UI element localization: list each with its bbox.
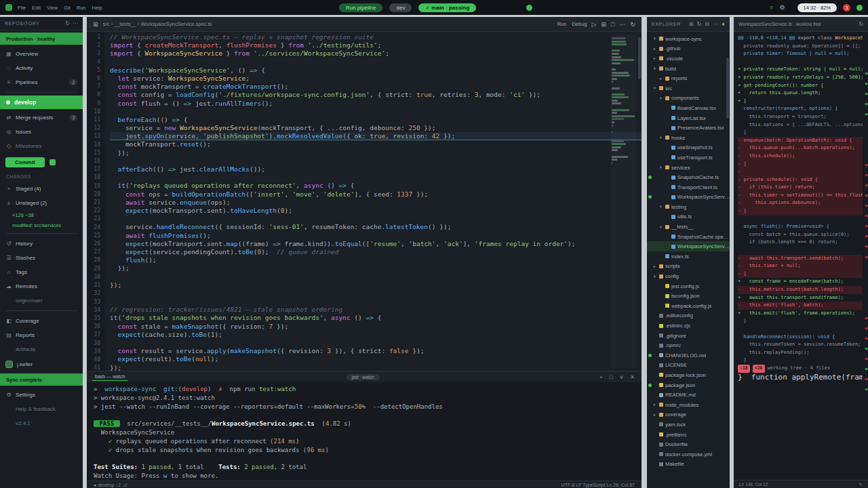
tree-row[interactable]: SnapshotCache.spec.ts [647, 232, 730, 242]
sidebar-item[interactable]: v2.4.1 [0, 416, 83, 430]
diff-line[interactable] [738, 325, 863, 333]
diff-refresh-icon[interactable]: ↻ [859, 21, 863, 27]
sidebar-item[interactable]: ☁Remotes [0, 279, 83, 293]
file-encoding-status[interactable]: UTF-8 LF TypeScript Ln 26, Col 87 [561, 483, 635, 487]
tree-row[interactable]: ▾__tests__ [647, 222, 730, 232]
diff-line[interactable]: - this.queue.push(...batch.operations); [738, 144, 863, 152]
tree-row[interactable]: LICENSE [647, 361, 730, 371]
code-line[interactable]: service.handleReconnect({ sessionId: 'se… [110, 223, 642, 231]
menu-item[interactable]: Help [92, 5, 102, 11]
tree-row[interactable]: .eslintrc.cjs [647, 321, 730, 331]
menu-item[interactable]: File [18, 5, 26, 11]
diff-line[interactable]: - } [738, 207, 863, 216]
tree-row[interactable]: useTransport.ts [647, 152, 730, 163]
code-line[interactable]: import { createMockTransport, flushPromi… [110, 41, 642, 49]
code-line[interactable]: await service.enqueue(ops); [110, 199, 642, 207]
terminal-action-icon[interactable]: ✕ [629, 374, 636, 380]
diff-lines[interactable]: @@ -118,6 +118,14 @@ export class Worksp… [734, 32, 868, 480]
diff-line[interactable]: private readonly queue: Operation[] = []… [738, 43, 863, 51]
diff-line[interactable]: + await this.transport.send(frame); [738, 294, 863, 302]
menu-item[interactable]: Git [64, 5, 71, 11]
diff-line[interactable] [738, 216, 863, 224]
code-line[interactable]: const result = service.apply(makeSnapsho… [110, 347, 642, 355]
tree-row[interactable]: .prettierrc [647, 430, 730, 440]
diff-line[interactable]: this.resumeToken = session.resumeToken; [738, 341, 863, 349]
tree-row[interactable]: SnapshotCache.ts [647, 172, 730, 182]
code-line[interactable]: // regression: tracker/issues/4821 — sta… [110, 306, 642, 314]
sidebar-status-row[interactable]: Production · healthy [0, 33, 83, 45]
tree-row[interactable]: webpack.config.js [647, 301, 730, 311]
sidebar-branch-row[interactable]: develop [0, 96, 83, 109]
tree-row[interactable]: .npmrc [647, 340, 730, 350]
diff-summary-line[interactable]: -18+26working tree · 4 files [738, 365, 863, 373]
diff-line[interactable]: - } [738, 270, 863, 279]
tree-row[interactable]: BoardCanvas.tsx [647, 103, 730, 113]
diff-scroll-marks[interactable] [865, 32, 868, 480]
code-line[interactable]: mockTransport.reset(); [110, 140, 642, 148]
sidebar-status-row[interactable]: Sync complete [0, 373, 83, 386]
topbar-pill[interactable]: Run pipeline [339, 3, 382, 12]
code-line[interactable]: expect(cache.size).toBe(1); [110, 331, 642, 339]
sidebar-change-summary[interactable]: +126 −38 [0, 210, 83, 220]
diff-line[interactable]: handleReconnect(session): void { [738, 333, 863, 342]
tree-row[interactable]: WorkspaceSyncService.spec.ts [647, 241, 730, 251]
editor-toolbar-icon[interactable]: ⊞ [601, 21, 606, 28]
tree-row[interactable]: ▾components [647, 94, 730, 104]
tree-row[interactable]: ▸scripts [647, 262, 730, 272]
code-line[interactable]: jest.spyOn(service, 'publishSnapshot').m… [110, 132, 642, 140]
diff-line[interactable]: } [738, 129, 863, 137]
diff-line[interactable]: this.transport = transport; [738, 113, 863, 121]
sidebar-item[interactable]: ▤Reports [0, 328, 83, 342]
code-line[interactable]: const config = loadConfig('./fixtures/wo… [110, 91, 642, 99]
code-line[interactable] [110, 58, 642, 66]
diff-line[interactable] [738, 247, 863, 255]
sidebar-user-row[interactable]: j.keller [0, 357, 83, 371]
diff-line[interactable]: - this.timer = setTimeout(() => this.flu… [738, 192, 863, 200]
diff-hunk-header[interactable]: @@ -118,6 +118,14 @@ export class Worksp… [738, 35, 863, 43]
editor-action[interactable]: Run [557, 21, 567, 27]
branch-status[interactable]: ● develop ↑2 ↓0 [94, 483, 127, 487]
alert-badge[interactable]: 3 [843, 4, 850, 12]
topbar-icon[interactable]: ○ [770, 4, 773, 11]
editor-scrollbar[interactable] [638, 37, 641, 79]
terminal-task-chip[interactable]: jest · watch [347, 374, 380, 380]
diff-line[interactable]: - await this.transport.send(batch); [738, 255, 863, 263]
split-icon[interactable]: ⊞ [93, 21, 98, 28]
diff-line[interactable]: async flush(): Promise<void> { [738, 223, 863, 231]
commit-button[interactable]: Commit [5, 157, 45, 167]
tree-row[interactable]: ▾hooks [647, 133, 730, 143]
topbar-pill[interactable]: dev [389, 3, 412, 12]
tree-row[interactable]: docker-compose.yml [647, 449, 730, 460]
tree-row[interactable]: ▾workspace-sync [647, 34, 730, 44]
diff-line[interactable]: + const frame = encodeFrame(batch); [738, 278, 863, 286]
tree-row[interactable]: ▾testing [647, 202, 730, 212]
diff-line[interactable]: - this.emit('flush', batch); [738, 302, 863, 310]
explorer-scrollbar[interactable] [726, 58, 729, 119]
tree-row[interactable]: package-lock.json [647, 370, 730, 380]
diff-line[interactable]: constructor(transport, options) { [738, 105, 863, 113]
sidebar-item[interactable]: ⚙Settings [0, 388, 83, 402]
tree-row[interactable]: PresenceAvatars.tsx [647, 123, 730, 133]
code-line[interactable]: }); [110, 364, 642, 371]
terminal-output[interactable]: » workspace-sync git:(develop) ✗ npm run… [87, 382, 642, 481]
diff-line[interactable]: this.replayPending(); [738, 349, 863, 357]
tree-row[interactable]: Makefile [647, 460, 730, 470]
editor-toolbar-icon[interactable]: ⋯ [619, 21, 625, 28]
tree-row[interactable]: useSnapshot.ts [647, 143, 730, 153]
sidebar-change-summary[interactable]: modified: src/services [0, 220, 83, 230]
code-line[interactable]: }); [110, 264, 642, 272]
code-line[interactable]: expect(result).toBe(null); [110, 355, 642, 363]
code-line[interactable]: }); [110, 281, 642, 289]
tree-row[interactable]: index.ts [647, 251, 730, 262]
tree-row[interactable]: .gitignore [647, 331, 730, 341]
code-line[interactable] [110, 108, 642, 116]
diff-line[interactable]: } [738, 317, 863, 325]
code-line[interactable]: const mockTransport = createMockTranspor… [110, 83, 642, 91]
sidebar-item[interactable]: ↺History [0, 237, 83, 251]
sidebar-item[interactable]: Artifacts [0, 342, 83, 357]
tree-row[interactable]: LayerList.tsx [647, 113, 730, 123]
diff-title[interactable]: WorkspaceSyncService.ts · working tree [738, 22, 855, 26]
code-line[interactable] [110, 174, 642, 182]
code-line[interactable]: const stale = makeSnapshot({ revision: 7… [110, 323, 642, 331]
code-line[interactable]: let service: WorkspaceSyncService; [110, 75, 642, 83]
